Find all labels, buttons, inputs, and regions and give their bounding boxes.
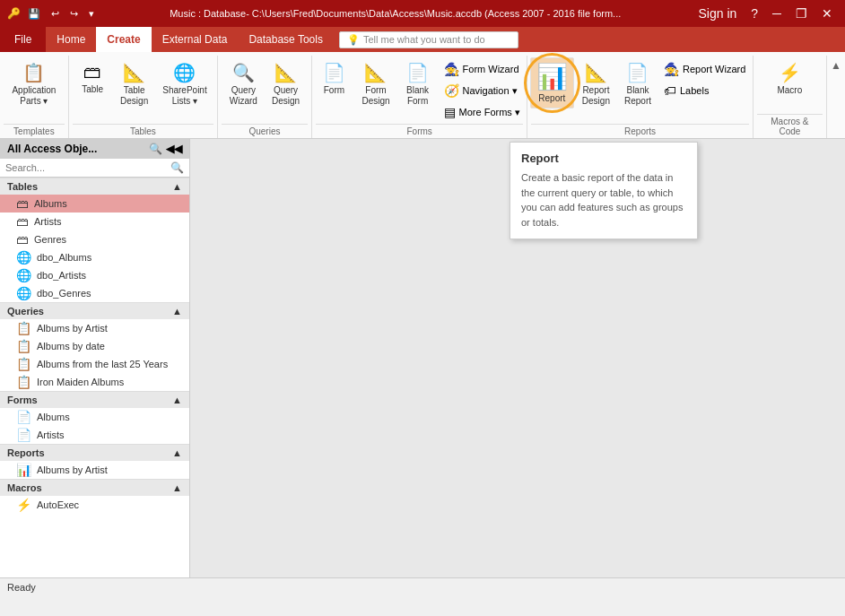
sign-in-button[interactable]: Sign in	[693, 4, 742, 22]
sidebar-item-albums-25-years-query[interactable]: 📋 Albums from the last 25 Years	[0, 355, 189, 373]
sidebar-item-albums-by-date-query[interactable]: 📋 Albums by date	[0, 337, 189, 355]
macro-icon: ⚡	[779, 62, 801, 83]
macros-section-header[interactable]: Macros ▲	[0, 479, 189, 496]
close-button[interactable]: ✕	[816, 4, 838, 22]
file-menu[interactable]: File	[0, 27, 46, 52]
sidebar-item-albums-table[interactable]: 🗃 Albums	[0, 195, 189, 213]
window-title: Music : Database- C:\Users\Fred\Document…	[98, 8, 693, 19]
collapse-ribbon[interactable]: ▲	[827, 56, 845, 138]
navigation-button[interactable]: 🧭 Navigation ▾	[440, 81, 525, 100]
sidebar-item-iron-maiden-query[interactable]: 📋 Iron Maiden Albums	[0, 373, 189, 391]
sidebar-item-dbo-genres[interactable]: 🌐 dbo_Genres	[0, 284, 189, 302]
macros-label: Macros & Code	[757, 114, 823, 138]
sidebar-item-albums-by-artist-report[interactable]: 📊 Albums by Artist	[0, 461, 189, 479]
qat-undo[interactable]: ↩	[48, 6, 63, 22]
blank-form-icon: 📄	[406, 62, 429, 83]
query-design-icon: 📐	[274, 62, 297, 83]
tooltip-title: Report	[521, 152, 686, 165]
tables-group: 🗃 Table 📐 TableDesign 🌐 SharePointLists …	[69, 56, 218, 138]
sidebar-title: All Access Obje...	[7, 143, 97, 155]
title-bar: 🔑 💾 ↩ ↪ ▾ Music : Database- C:\Users\Fre…	[0, 0, 845, 27]
sidebar-item-genres-table[interactable]: 🗃 Genres	[0, 230, 189, 248]
forms-section-header[interactable]: Forms ▲	[0, 391, 189, 408]
forms-collapse-icon: ▲	[172, 395, 182, 405]
qat-dropdown[interactable]: ▾	[85, 6, 98, 22]
tables-collapse-icon: ▲	[172, 181, 182, 192]
blank-report-button[interactable]: 📄 BlankReport	[618, 57, 658, 111]
linked-table-icon: 🌐	[16, 268, 31, 282]
qat-save[interactable]: 💾	[24, 6, 44, 22]
macros-group: ⚡ Macro Macros & Code	[754, 56, 827, 138]
form-design-button[interactable]: 📐 FormDesign	[355, 57, 396, 111]
ribbon: 📋 ApplicationParts ▾ Templates 🗃 Table 📐…	[0, 52, 845, 139]
sidebar-collapse-icon[interactable]: ◀◀	[166, 143, 182, 155]
query-wizard-icon: 🔍	[232, 62, 255, 83]
sidebar: All Access Obje... 🔍 ◀◀ 🔍 Tables ▲ 🗃 Alb…	[0, 139, 190, 577]
sidebar-item-albums-form[interactable]: 📄 Albums	[0, 408, 189, 426]
sidebar-header-icons: 🔍 ◀◀	[149, 143, 182, 155]
sidebar-item-artists-form[interactable]: 📄 Artists	[0, 426, 189, 444]
table-icon: 🗃	[16, 196, 29, 211]
database-tools-menu[interactable]: Database Tools	[238, 27, 334, 52]
form-button[interactable]: 📄 Form	[314, 57, 353, 100]
macro-button[interactable]: ⚡ Macro	[770, 57, 809, 100]
application-parts-button[interactable]: 📋 ApplicationParts ▾	[5, 57, 62, 111]
macro-icon: ⚡	[16, 498, 31, 512]
templates-label: Templates	[4, 124, 65, 138]
report-design-button[interactable]: 📐 ReportDesign	[576, 57, 616, 111]
templates-group: 📋 ApplicationParts ▾ Templates	[0, 56, 69, 138]
labels-icon: 🏷	[664, 83, 676, 98]
report-wizard-icon: 🧙	[664, 62, 679, 76]
app-icon: 🔑	[7, 7, 21, 20]
queries-group: 🔍 QueryWizard 📐 QueryDesign Queries	[218, 56, 312, 138]
report-icon: 📊	[536, 62, 568, 91]
linked-table-icon: 🌐	[16, 250, 31, 265]
tables-section-header[interactable]: Tables ▲	[0, 178, 189, 195]
query-icon: 📋	[16, 339, 31, 353]
query-wizard-button[interactable]: 🔍 QueryWizard	[223, 57, 264, 111]
sidebar-search-icon[interactable]: 🔍	[149, 143, 162, 155]
form-icon: 📄	[16, 410, 31, 424]
blank-form-button[interactable]: 📄 BlankForm	[398, 57, 438, 111]
table-design-button[interactable]: 📐 TableDesign	[114, 57, 154, 111]
report-design-icon: 📐	[585, 62, 607, 83]
form-icon: 📄	[323, 62, 345, 83]
queries-section-header[interactable]: Queries ▲	[0, 302, 189, 319]
title-bar-left: 🔑 💾 ↩ ↪ ▾	[7, 6, 98, 22]
create-menu[interactable]: Create	[96, 27, 151, 52]
report-wizard-button[interactable]: 🧙 Report Wizard	[659, 59, 750, 79]
sharepoint-lists-button[interactable]: 🌐 SharePointLists ▾	[156, 57, 213, 111]
application-parts-icon: 📋	[22, 62, 45, 83]
sidebar-item-artists-table[interactable]: 🗃 Artists	[0, 213, 189, 230]
labels-button[interactable]: 🏷 Labels	[659, 81, 750, 100]
tell-me-input[interactable]: 💡 Tell me what you want to do	[339, 31, 518, 48]
search-icon: 💡	[347, 34, 360, 46]
table-design-icon: 📐	[123, 62, 145, 83]
sidebar-item-dbo-albums[interactable]: 🌐 dbo_Albums	[0, 248, 189, 266]
query-design-button[interactable]: 📐 QueryDesign	[266, 57, 306, 111]
reports-section-header[interactable]: Reports ▲	[0, 444, 189, 461]
restore-button[interactable]: ❐	[790, 4, 813, 22]
sidebar-search-icon: 🔍	[170, 161, 184, 174]
qat-redo[interactable]: ↪	[66, 6, 82, 22]
sidebar-search-bar[interactable]: 🔍	[0, 159, 189, 178]
minimize-button[interactable]: ─	[767, 4, 787, 22]
form-wizard-icon: 🧙	[444, 62, 459, 76]
sidebar-item-albums-by-artist-query[interactable]: 📋 Albums by Artist	[0, 319, 189, 337]
sidebar-item-autoexec-macro[interactable]: ⚡ AutoExec	[0, 496, 189, 514]
sharepoint-icon: 🌐	[173, 62, 196, 83]
table-icon: 🗃	[16, 214, 29, 229]
table-button[interactable]: 🗃 Table	[73, 57, 112, 100]
sidebar-item-dbo-artists[interactable]: 🌐 dbo_Artists	[0, 266, 189, 284]
more-forms-button[interactable]: ▤ More Forms ▾	[440, 102, 525, 122]
form-wizard-button[interactable]: 🧙 Form Wizard	[440, 59, 525, 79]
external-data-menu[interactable]: External Data	[152, 27, 239, 52]
macros-collapse-icon: ▲	[172, 482, 182, 493]
form-design-icon: 📐	[364, 62, 387, 83]
help-button[interactable]: ?	[745, 4, 763, 22]
home-menu[interactable]: Home	[46, 27, 96, 52]
main-area: All Access Obje... 🔍 ◀◀ 🔍 Tables ▲ 🗃 Alb…	[0, 139, 845, 577]
reports-group: 📊 Report 📐 ReportDesign 📄 BlankReport 🧙 …	[527, 56, 753, 138]
sidebar-search-input[interactable]	[5, 162, 167, 173]
report-button[interactable]: 📊 Report	[530, 57, 574, 108]
